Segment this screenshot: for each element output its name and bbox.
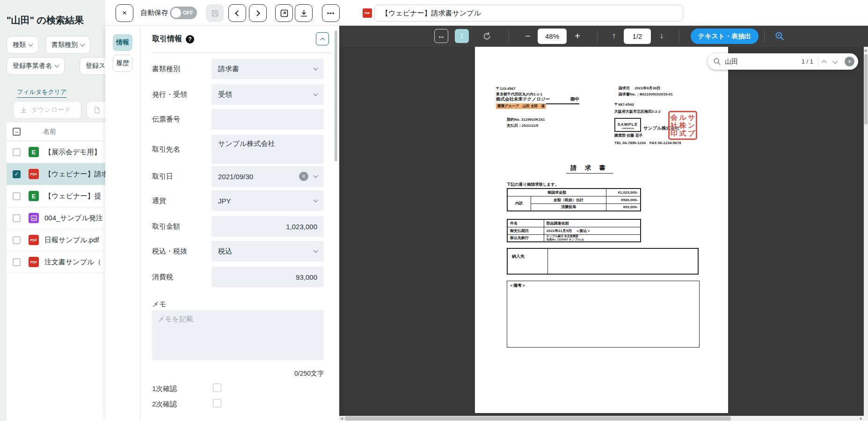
next-page-button[interactable]: ↓: [656, 29, 668, 43]
row-checkbox[interactable]: [13, 192, 21, 200]
collapse-section-button[interactable]: [316, 32, 329, 45]
autosave-toggle[interactable]: OFF: [170, 7, 197, 19]
chevron-down-icon: [55, 63, 59, 68]
tab-history[interactable]: 履歴: [113, 55, 132, 72]
fit-width-button[interactable]: ↔: [434, 29, 448, 43]
document-title-input[interactable]: [374, 5, 683, 22]
delivery-label: 納入先: [512, 254, 525, 260]
secondary-action-button[interactable]: [87, 101, 105, 119]
next-document-button[interactable]: [249, 4, 267, 22]
clear-filters-link[interactable]: フィルタをクリア: [17, 88, 66, 98]
list-item[interactable]: E 【ウェビナー】提: [7, 185, 105, 207]
consumption-tax-input[interactable]: 93,000: [212, 267, 324, 287]
section-title: 取引情報 ?: [152, 34, 194, 44]
row-checkbox[interactable]: ✓: [13, 170, 21, 178]
expand-button[interactable]: [275, 4, 293, 22]
tab-info[interactable]: 情報: [113, 34, 132, 51]
fit-height-button[interactable]: ↕: [455, 29, 469, 43]
memo-textarea[interactable]: メモを記載: [152, 310, 324, 360]
tax-mode-select[interactable]: 税込: [212, 241, 324, 261]
previous-match-button[interactable]: [821, 60, 826, 65]
filter-chip-doc-type[interactable]: 書類種別: [45, 36, 90, 54]
invoice-to-company: 株式会社未来テクノロジー: [496, 96, 550, 102]
amount-input[interactable]: 1,023,000: [212, 216, 324, 237]
currency-select[interactable]: JPY: [212, 190, 324, 211]
field-label-counterparty: 取引先名: [152, 139, 180, 160]
filter-chip-registered-business[interactable]: 登録事業者名: [7, 57, 65, 75]
transaction-date-value: 2021/09/30: [218, 173, 299, 181]
horizontal-scroll-thumb[interactable]: [345, 416, 731, 421]
second-check-checkbox[interactable]: [213, 399, 221, 407]
memo-character-count: 0/250文字: [294, 370, 324, 378]
chevron-down-icon: [314, 198, 318, 203]
issue-receive-value: 受領: [218, 90, 314, 99]
file-list: – 名前 E 【展示会デモ用】 ✓ PDF 【ウェビナー】請求書サンプル E 【…: [7, 123, 105, 421]
file-name: 注文書サンプル（: [44, 258, 101, 267]
select-all-checkbox[interactable]: –: [13, 128, 21, 136]
invoice-summary-table: 御請求金額 ¥1,023,000- 内訳 金額（税抜）合計 ¥930,000- …: [507, 188, 641, 211]
slip-number-input[interactable]: [212, 109, 324, 130]
filter-chip-type[interactable]: 種類: [7, 36, 38, 54]
more-options-button[interactable]: •••: [322, 4, 340, 22]
close-search-button[interactable]: ×: [845, 57, 854, 66]
doc-type-value: 請求書: [218, 65, 314, 73]
row-checkbox[interactable]: [13, 214, 21, 222]
transaction-date-picker[interactable]: 2021/09/30 ×: [212, 166, 324, 187]
previous-document-button[interactable]: [228, 4, 246, 22]
scroll-right-arrow[interactable]: [860, 417, 862, 420]
list-item[interactable]: PDF 注文書サンプル（: [7, 251, 105, 273]
page-indicator[interactable]: 1/2: [624, 29, 651, 44]
row-checkbox[interactable]: [13, 148, 21, 156]
section-title-text: 取引情報: [152, 34, 182, 44]
list-item[interactable]: 004_サンプル発注: [7, 207, 105, 229]
previous-page-button[interactable]: ↑: [608, 29, 620, 43]
download-document-button[interactable]: [295, 4, 313, 22]
toggle-state-label: OFF: [183, 10, 193, 15]
filter-chip-label: 登録ステータス: [86, 62, 105, 70]
pdf-viewer: ↔ ↕ − 48% + ↑ 1/2 ↓ テキスト・表抽出 1 / 1 × 〒12…: [339, 26, 868, 421]
clear-date-button[interactable]: ×: [299, 172, 308, 181]
scroll-up-arrow[interactable]: [864, 49, 867, 51]
close-button[interactable]: ×: [116, 4, 133, 22]
search-icon: [713, 58, 721, 65]
next-match-button[interactable]: [832, 58, 838, 64]
row-checkbox[interactable]: [13, 236, 21, 244]
invoice-to-honorific: 御中: [570, 96, 579, 102]
text-table-extract-button[interactable]: テキスト・表抽出: [691, 29, 759, 44]
viewer-search-button[interactable]: [774, 31, 785, 43]
invoice-intro: 下記の通り御請求致します。: [507, 182, 559, 188]
field-label-tax-mode: 税込・税抜: [152, 241, 187, 261]
scroll-left-arrow[interactable]: [341, 417, 343, 420]
zoom-in-button[interactable]: +: [571, 29, 584, 43]
counterparty-input[interactable]: サンプル株式会社: [212, 135, 324, 164]
panel-scrollbar[interactable]: [335, 30, 337, 161]
search-query-input[interactable]: [725, 58, 802, 65]
list-item[interactable]: ✓ PDF 【ウェビナー】請求書サンプル: [7, 163, 105, 185]
list-item[interactable]: E 【展示会デモ用】: [7, 141, 105, 163]
invoice-contract-no: 契約No. 2129910K161: [507, 117, 545, 122]
download-button[interactable]: ダウンロード: [13, 101, 81, 119]
doc-type-select[interactable]: 請求書: [212, 58, 324, 79]
second-check-label: 2次確認: [152, 400, 177, 409]
zoom-out-button[interactable]: −: [522, 29, 534, 43]
save-button[interactable]: [206, 4, 224, 22]
divider: [547, 249, 548, 274]
issue-receive-select[interactable]: 受領: [212, 84, 324, 105]
summary-tax-value: ¥93,000-: [606, 203, 641, 211]
vertical-scroll-thumb[interactable]: [864, 54, 868, 124]
expand-icon: [280, 9, 288, 17]
help-icon[interactable]: ?: [186, 35, 194, 44]
vertical-scrollbar[interactable]: [864, 47, 868, 416]
row-checkbox[interactable]: [13, 258, 21, 266]
filter-chip-registered-status[interactable]: 登録ステータス: [80, 57, 105, 75]
page-title: "山田" の検索結果: [7, 14, 84, 27]
excel-file-icon: E: [29, 191, 39, 201]
zoom-level-display[interactable]: 48%: [538, 29, 567, 44]
chevron-down-icon: [80, 42, 85, 47]
chevron-down-icon: [314, 248, 318, 253]
chevron-down-icon: [314, 174, 318, 178]
horizontal-scrollbar[interactable]: [339, 416, 868, 421]
list-item[interactable]: PDF 日報サンプル.pdf: [7, 229, 105, 251]
first-check-checkbox[interactable]: [213, 384, 221, 392]
rotate-button[interactable]: [480, 29, 494, 43]
